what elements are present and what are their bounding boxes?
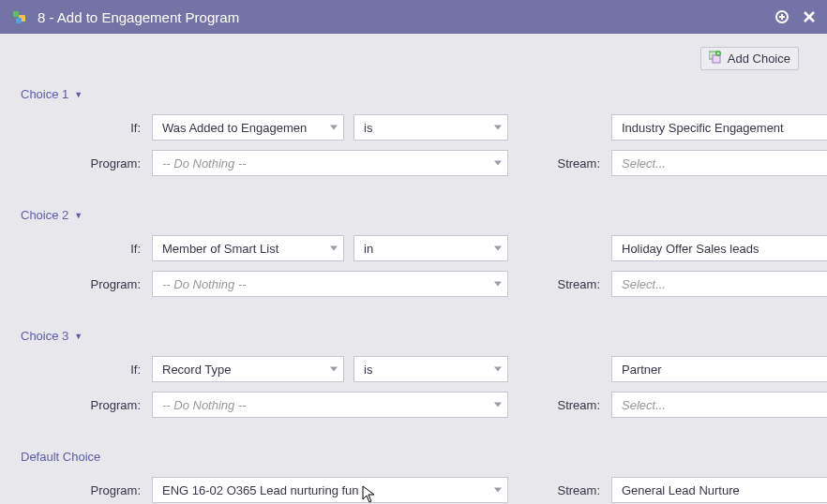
collapse-icon: ▼ <box>74 332 83 341</box>
stream-dropdown[interactable]: Select... <box>611 150 827 176</box>
collapse-icon: ▼ <box>74 90 83 99</box>
window-title: 8 - Add to Engagement Program <box>38 9 239 25</box>
program-dropdown[interactable]: -- Do Nothing -- <box>152 150 508 176</box>
svg-rect-2 <box>16 18 22 23</box>
if-field-dropdown[interactable]: Was Added to Engagemen <box>152 114 344 141</box>
app-icon <box>11 8 28 25</box>
if-operator-dropdown[interactable]: in <box>353 235 508 261</box>
choice-header-2[interactable]: Choice 2 ▼ <box>21 208 806 222</box>
stream-label: Stream: <box>518 277 602 291</box>
close-icon[interactable] <box>803 10 816 23</box>
choice-header-3[interactable]: Choice 3 ▼ <box>21 329 806 343</box>
default-choice-header: Default Choice <box>21 450 806 464</box>
program-label: Program: <box>21 156 143 170</box>
add-choice-icon <box>709 51 722 67</box>
choice-title: Choice 1 <box>21 87 68 101</box>
stream-label: Stream: <box>518 398 602 412</box>
stream-dropdown[interactable]: Select... <box>611 271 827 297</box>
collapse-icon: ▼ <box>74 211 83 220</box>
program-dropdown[interactable]: -- Do Nothing -- <box>152 392 508 418</box>
choice-header-1[interactable]: Choice 1 ▼ <box>21 87 806 101</box>
if-label: If: <box>21 363 143 377</box>
program-label: Program: <box>21 483 143 497</box>
if-label: If: <box>21 121 143 135</box>
add-choice-button[interactable]: Add Choice <box>700 47 799 70</box>
if-value-dropdown[interactable]: Holiday Offer Sales leads <box>611 235 827 261</box>
stream-label: Stream: <box>518 156 602 170</box>
new-window-icon[interactable] <box>774 9 789 24</box>
default-program-dropdown[interactable]: ENG 16-02 O365 Lead nurturing fun <box>152 477 508 503</box>
stream-label: Stream: <box>518 483 602 497</box>
program-dropdown[interactable]: -- Do Nothing -- <box>152 271 508 297</box>
if-label: If: <box>21 242 143 256</box>
stream-dropdown[interactable]: Select... <box>611 392 827 418</box>
default-stream-dropdown[interactable]: General Lead Nurture <box>611 477 827 503</box>
title-bar: 8 - Add to Engagement Program <box>0 0 827 34</box>
program-label: Program: <box>21 398 143 412</box>
choice-title: Choice 3 <box>21 329 68 343</box>
if-field-dropdown[interactable]: Member of Smart List <box>152 235 344 261</box>
default-choice-title: Default Choice <box>21 450 100 464</box>
if-operator-dropdown[interactable]: is <box>353 356 508 382</box>
program-label: Program: <box>21 277 143 291</box>
svg-rect-5 <box>713 55 720 63</box>
svg-rect-0 <box>13 11 19 17</box>
choice-title: Choice 2 <box>21 208 68 222</box>
add-choice-label: Add Choice <box>728 52 790 66</box>
if-value-dropdown[interactable]: Industry Specific Engagement <box>611 114 827 141</box>
if-field-dropdown[interactable]: Record Type <box>152 356 344 382</box>
if-value-dropdown[interactable]: Partner <box>611 356 827 382</box>
if-operator-dropdown[interactable]: is <box>353 114 508 141</box>
